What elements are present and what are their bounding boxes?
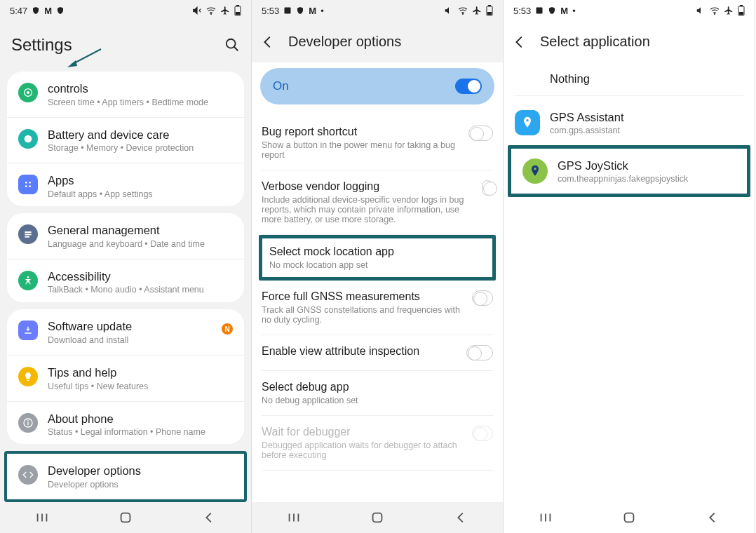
nav-home-icon[interactable] [621,510,637,525]
svg-point-4 [227,39,236,48]
shield-icon [32,6,40,15]
nav-recents-icon[interactable] [286,510,302,525]
settings-item-about[interactable]: About phone Status • Legal information •… [7,401,244,445]
svg-marker-7 [67,60,77,67]
svg-rect-29 [488,5,491,6]
battery-care-icon [18,129,38,149]
airplane-icon [220,6,230,15]
highlight-select-mock-location[interactable]: Select mock location app No mock locatio… [259,235,496,281]
settings-item-apps[interactable]: Apps Default apps • App settings [7,163,244,206]
wifi-icon [206,6,216,15]
wifi-icon [710,6,720,15]
svg-rect-25 [121,513,130,522]
nav-bar [252,502,503,533]
developer-icon [18,465,38,485]
settings-item-general[interactable]: General management Language and keyboard… [7,213,244,259]
shield-icon [56,6,65,15]
shield-icon [548,6,556,15]
notification-badge: N [222,323,233,335]
svg-rect-16 [25,234,31,235]
highlight-developer-options: Developer options Developer options [4,451,247,502]
toggle-off-icon[interactable] [468,126,493,141]
settings-scroll[interactable]: controls Screen time • App timers • Bedt… [0,72,251,502]
settings-item-developer-options[interactable]: Developer options Developer options [7,454,244,499]
nav-home-icon[interactable] [118,510,133,525]
dev-item-select-debug-app[interactable]: Select debug app No debug application se… [262,371,493,416]
nav-home-icon[interactable] [370,510,385,525]
developer-header: Developer options [252,21,503,62]
svg-point-14 [29,186,31,188]
settings-item-accessibility[interactable]: Accessibility TalkBack • Mono audio • As… [7,259,244,303]
nav-recents-icon[interactable] [538,510,553,525]
highlight-gps-joystick: GPS JoyStick com.theappninjas.fakegpsjoy… [508,145,750,197]
svg-rect-34 [373,513,382,522]
battery-icon [486,5,493,16]
nav-back-icon[interactable] [453,510,468,525]
toggle-on-icon[interactable] [455,79,482,94]
svg-rect-15 [25,231,31,233]
on-label: On [273,79,289,93]
svg-rect-2 [236,5,239,6]
status-bar: 5:47 M [0,0,251,21]
settings-item-controls[interactable]: controls Screen time • App timers • Bedt… [7,72,244,117]
airplane-icon [472,6,482,15]
back-icon[interactable] [260,34,276,50]
status-bar: 5:53 M • [504,0,755,21]
nav-back-icon[interactable] [201,510,217,525]
mute-icon [192,6,202,15]
airplane-icon [724,6,734,15]
svg-rect-43 [625,513,634,522]
m-icon: M [309,6,316,16]
status-time: 5:47 [10,6,27,16]
wifi-icon [458,6,468,15]
search-icon[interactable] [224,37,240,53]
dev-item-view-attribute-inspection[interactable]: Enable view attribute inspection [262,335,493,371]
svg-rect-35 [536,8,543,14]
tips-icon [18,367,38,386]
svg-rect-20 [27,421,28,425]
battery-icon [738,5,745,16]
back-icon[interactable] [512,34,527,50]
svg-point-12 [29,182,31,184]
svg-rect-17 [25,236,29,238]
dev-item-verbose-vendor-logging[interactable]: Verbose vendor logging Include additiona… [262,170,493,235]
nav-back-icon[interactable] [705,510,720,525]
settings-item-battery[interactable]: Battery and device care Storage • Memory… [7,117,244,163]
page-title: Select application [540,34,650,50]
app-item-gps-joystick[interactable]: GPS JoyStick com.theappninjas.fakegpsjoy… [511,149,747,194]
dev-item-force-gnss[interactable]: Force full GNSS measurements Track all G… [262,281,493,335]
annotation-arrow-icon [67,48,102,69]
toggle-off-icon[interactable] [466,345,493,360]
toggle-off-icon[interactable] [472,290,493,306]
svg-rect-38 [740,5,743,6]
dev-item-bug-report-shortcut[interactable]: Bug report shortcut Show a button in the… [262,116,493,170]
nav-bar [0,502,251,533]
m-icon: M [560,6,568,16]
dot-icon: • [320,6,324,16]
mute-icon [696,6,706,15]
svg-point-11 [25,182,27,184]
developer-options-master-toggle[interactable]: On [260,68,494,104]
svg-point-21 [27,420,29,421]
toggle-off-icon [472,426,493,441]
settings-item-software-update[interactable]: Software update Download and install N [7,309,244,355]
settings-header: Settings [0,21,251,72]
page-title: Developer options [288,34,401,50]
app-item-nothing[interactable]: Nothing [504,62,755,95]
status-time: 5:53 [513,6,531,16]
app-item-gps-assistant[interactable]: GPS Assistant com.gps.assistant [504,100,755,145]
svg-point-18 [27,276,29,278]
general-icon [18,224,38,244]
svg-rect-26 [285,8,291,14]
svg-point-13 [25,186,27,188]
toggle-off-icon[interactable] [482,180,493,196]
select-app-header: Select application [504,21,755,62]
settings-item-tips[interactable]: Tips and help Useful tips • New features [7,355,244,401]
svg-line-5 [234,47,238,51]
nav-recents-icon[interactable] [34,510,50,525]
dot-icon: • [572,6,576,16]
svg-rect-3 [236,12,240,15]
svg-rect-30 [487,12,492,15]
apps-icon [18,175,38,194]
m-icon: M [44,6,52,16]
